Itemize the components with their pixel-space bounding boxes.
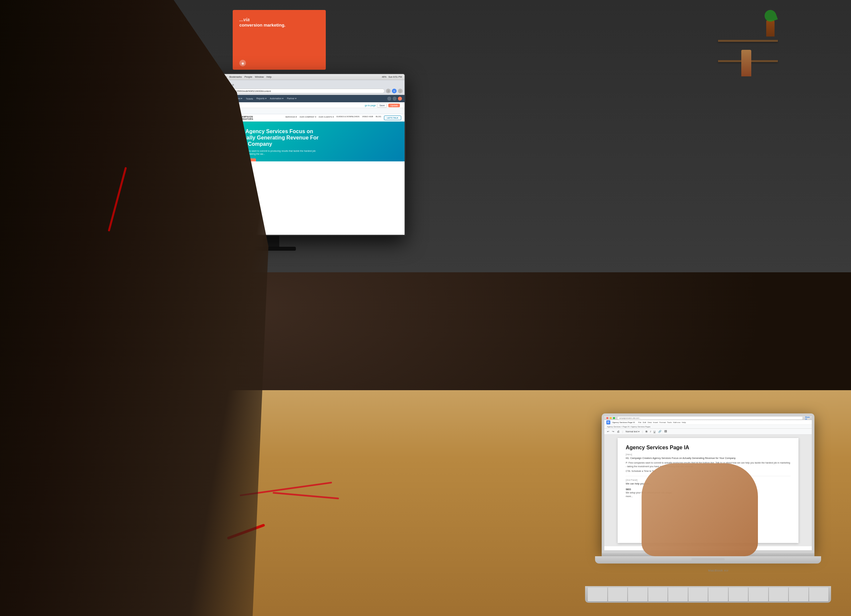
laptop-close-btn[interactable] bbox=[606, 417, 608, 419]
cc-site-header: ◉ CAMPAIGNCREATORS SERVICES ▾ OUR COMPAN… bbox=[230, 114, 404, 121]
toolbar-bold[interactable]: B bbox=[645, 430, 648, 433]
file-menu-item[interactable]: File bbox=[638, 421, 642, 423]
cc-nav-company[interactable]: OUR COMPANY ▾ bbox=[299, 115, 316, 120]
laptop-trackpad[interactable] bbox=[692, 558, 725, 562]
laptop-nav-btns: Share 13 bbox=[805, 417, 810, 420]
breadcrumb-text: Agency Services > Page IA > Agency Servi… bbox=[607, 426, 651, 428]
insert-menu-item[interactable]: Insert bbox=[653, 421, 658, 423]
key[interactable] bbox=[689, 588, 708, 601]
key[interactable] bbox=[588, 588, 607, 601]
gdoc-page-title: Agency Services Page IA bbox=[625, 445, 791, 451]
reports-nav[interactable]: Reports ▾ bbox=[256, 97, 266, 100]
cc-nav-blog[interactable]: BLOG bbox=[376, 115, 381, 120]
key[interactable] bbox=[729, 588, 748, 601]
format-menu-item[interactable]: Format bbox=[660, 421, 666, 423]
laptop-min-btn[interactable] bbox=[610, 417, 612, 419]
partner-nav[interactable]: Partner ▾ bbox=[287, 97, 296, 100]
key[interactable] bbox=[668, 588, 688, 601]
laptop-max-btn[interactable] bbox=[613, 417, 615, 419]
cc-hero-title: Our Agency Services Focus on Actually Ge… bbox=[235, 128, 325, 147]
gdoc-breadcrumb: Agency Services > Page IA > Agency Servi… bbox=[604, 425, 812, 429]
gdoc-menubar: D Agency Services Page IA File Edit View… bbox=[604, 420, 812, 425]
key[interactable] bbox=[749, 588, 768, 601]
toolbar-italic[interactable]: I bbox=[650, 430, 651, 433]
toolbar-font[interactable]: Normal text ▾ bbox=[625, 430, 640, 433]
laptop-brand-label: MacBook Air bbox=[708, 569, 729, 572]
gdoc-menu-items: File Edit View Insert Format Tools Add-o… bbox=[638, 421, 686, 423]
editor-actions: go to page Save Update bbox=[365, 103, 402, 108]
toolbar-underline[interactable]: U bbox=[654, 430, 656, 433]
help-menu[interactable]: Help bbox=[267, 75, 272, 78]
laptop-base bbox=[595, 556, 821, 564]
share-label: Share 13 bbox=[805, 416, 810, 420]
edit-menu-item[interactable]: Edit bbox=[643, 421, 646, 423]
hero-label: [Hero] bbox=[625, 453, 791, 456]
laptop-address-bar[interactable]: campaigncreators.site.com/... bbox=[618, 417, 803, 420]
save-button[interactable]: Save bbox=[377, 103, 387, 108]
wall-decoration bbox=[741, 50, 751, 76]
bookmark-btn[interactable]: ☆ bbox=[386, 88, 391, 93]
hs-search-icon[interactable] bbox=[387, 97, 391, 100]
battery-icon: 46% bbox=[382, 76, 386, 78]
cc-nav-services[interactable]: SERVICES ▾ bbox=[285, 115, 297, 120]
vase bbox=[766, 20, 774, 36]
hs-right-actions bbox=[387, 97, 402, 100]
cc-nav: SERVICES ▾ OUR COMPANY ▾ OUR CLIENTS ▾ G… bbox=[285, 115, 401, 120]
status-items: 46% Sun 8:51 PM bbox=[382, 76, 402, 78]
cc-nav-clients[interactable]: OUR CLIENTS ▾ bbox=[319, 115, 334, 120]
cc-lets-talk-btn[interactable]: LET'S TALK bbox=[384, 115, 401, 120]
browser-actions: ☆ G ⋮ bbox=[386, 88, 403, 93]
key[interactable] bbox=[789, 588, 809, 601]
profile-btn[interactable]: G bbox=[392, 88, 397, 93]
tickets-nav[interactable]: Tickets bbox=[246, 97, 253, 100]
laptop-chrome-bar: campaigncreators.site.com/... Share 13 bbox=[604, 416, 812, 420]
key[interactable] bbox=[628, 588, 648, 601]
shelf-1 bbox=[718, 40, 778, 42]
laptop-share-btn[interactable]: Share 13 bbox=[805, 417, 810, 420]
laptop-url: campaigncreators.site.com/... bbox=[619, 417, 641, 419]
gdoc-title-text: Agency Services Page IA bbox=[612, 421, 635, 423]
tools-menu-item[interactable]: Tools bbox=[667, 421, 672, 423]
cc-nav-guides[interactable]: GUIDES & DOWNLOADS bbox=[337, 115, 360, 120]
people-menu[interactable]: People bbox=[244, 75, 252, 78]
key[interactable] bbox=[809, 588, 829, 601]
toolbar-print[interactable]: 🖨 bbox=[617, 430, 619, 433]
key[interactable] bbox=[608, 588, 628, 601]
time-display: Sun 8:51 PM bbox=[389, 76, 402, 78]
wall-poster: ...via conversion marketing. ◉ bbox=[233, 10, 326, 70]
update-button[interactable]: Update bbox=[388, 103, 400, 107]
cc-hero-section: Our Agency Services Focus on Actually Ge… bbox=[230, 121, 404, 161]
toolbar-redo[interactable]: ↪ bbox=[612, 430, 614, 433]
key[interactable] bbox=[708, 588, 728, 601]
addons-menu-item[interactable]: Add-ons bbox=[673, 421, 681, 423]
toolbar-undo[interactable]: ↩ bbox=[607, 430, 609, 433]
toolbar-separator: | bbox=[622, 430, 623, 433]
help-menu-item[interactable]: Help bbox=[682, 421, 686, 423]
poster-logo: ◉ bbox=[239, 60, 246, 66]
laptop-keyboard[interactable] bbox=[585, 586, 831, 603]
hero-h1: H1: Campaign Creators Agency Services Fo… bbox=[625, 456, 791, 460]
toolbar-separator-2: | bbox=[642, 430, 643, 433]
person-hand bbox=[642, 463, 758, 556]
view-menu-item[interactable]: View bbox=[648, 421, 652, 423]
key[interactable] bbox=[769, 588, 788, 601]
key[interactable] bbox=[648, 588, 668, 601]
bookmarks-menu[interactable]: Bookmarks bbox=[229, 75, 242, 78]
cc-nav-video[interactable]: VIDEO HUB bbox=[362, 115, 373, 120]
hs-profile-icon[interactable] bbox=[398, 97, 402, 100]
window-menu[interactable]: Window bbox=[255, 75, 264, 78]
toolbar-img[interactable]: 🖼 bbox=[664, 430, 667, 433]
extensions-btn[interactable]: ⋮ bbox=[398, 88, 403, 93]
preview-link[interactable]: go to page bbox=[365, 104, 376, 106]
toolbar-link[interactable]: 🔗 bbox=[658, 430, 662, 433]
gdoc-icon: D bbox=[606, 420, 610, 424]
hs-notif-icon[interactable] bbox=[392, 97, 397, 100]
gdoc-toolbar: ↩ ↪ 🖨 | Normal text ▾ | B I U 🔗 🖼 bbox=[604, 429, 812, 435]
poster-text: ...via conversion marketing. bbox=[239, 16, 286, 28]
automation-nav[interactable]: Automation ▾ bbox=[270, 97, 284, 100]
